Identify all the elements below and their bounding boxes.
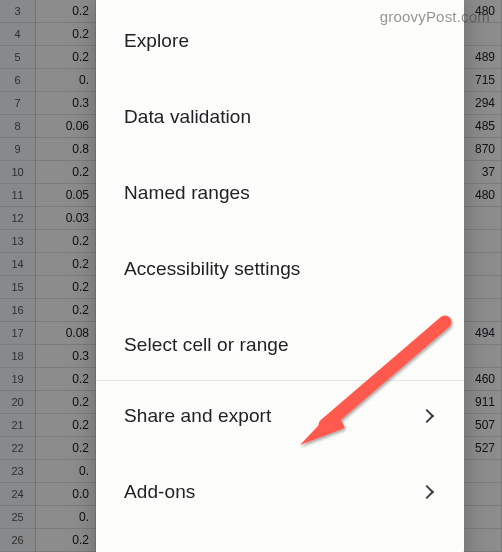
data-column-b: 0.20.20.20.0.30.060.80.20.050.030.20.20.…: [36, 0, 96, 552]
cell: 0.05: [36, 184, 96, 207]
cell: 0.03: [36, 207, 96, 230]
cell: 0.2: [36, 0, 96, 23]
cell: 0.2: [36, 23, 96, 46]
cell: 0.2: [36, 161, 96, 184]
cell: 0.2: [36, 529, 96, 552]
row-number: 22: [0, 437, 35, 460]
cell: 0.2: [36, 368, 96, 391]
row-number: 20: [0, 391, 35, 414]
menu-item-select-cell-or-range[interactable]: Select cell or range: [96, 314, 464, 376]
row-number: 18: [0, 345, 35, 368]
row-number: 11: [0, 184, 35, 207]
menu-item-accessibility-settings[interactable]: Accessibility settings: [96, 238, 464, 300]
cell: 0.2: [36, 230, 96, 253]
cell: 0.2: [36, 299, 96, 322]
row-number: 17: [0, 322, 35, 345]
row-number: 9: [0, 138, 35, 161]
row-number: 19: [0, 368, 35, 391]
cell: 0.06: [36, 115, 96, 138]
cell: 0.2: [36, 437, 96, 460]
menu-item-label: Add-ons: [124, 481, 195, 503]
cell: 0.2: [36, 276, 96, 299]
cell: 0.3: [36, 92, 96, 115]
row-number: 7: [0, 92, 35, 115]
cell: 0.08: [36, 322, 96, 345]
cell: 0.: [36, 460, 96, 483]
row-number: 14: [0, 253, 35, 276]
context-menu-sheet: Explore Data validation Named ranges Acc…: [96, 0, 464, 552]
row-number: 8: [0, 115, 35, 138]
row-number: 21: [0, 414, 35, 437]
row-number: 13: [0, 230, 35, 253]
cell: 0.2: [36, 253, 96, 276]
cell: 0.0: [36, 483, 96, 506]
cell: 0.: [36, 506, 96, 529]
row-number: 15: [0, 276, 35, 299]
menu-item-label: Share and export: [124, 405, 271, 427]
row-number: 3: [0, 0, 35, 23]
cell: 0.8: [36, 138, 96, 161]
menu-item-label: Select cell or range: [124, 334, 289, 356]
row-number: 4: [0, 23, 35, 46]
menu-item-label: Data validation: [124, 106, 251, 128]
row-number: 5: [0, 46, 35, 69]
menu-item-label: Named ranges: [124, 182, 250, 204]
cell: 0.: [36, 69, 96, 92]
menu-item-label: Explore: [124, 30, 189, 52]
watermark: groovyPost.com: [380, 8, 490, 25]
row-number: 26: [0, 529, 35, 552]
chevron-right-icon: [420, 485, 434, 499]
cell: 0.3: [36, 345, 96, 368]
row-number: 23: [0, 460, 35, 483]
cell: 0.2: [36, 414, 96, 437]
row-number: 25: [0, 506, 35, 529]
menu-item-share-and-export[interactable]: Share and export: [96, 385, 464, 447]
row-number: 16: [0, 299, 35, 322]
cell: 0.2: [36, 46, 96, 69]
row-number: 12: [0, 207, 35, 230]
chevron-right-icon: [420, 409, 434, 423]
menu-item-data-validation[interactable]: Data validation: [96, 86, 464, 148]
row-number: 10: [0, 161, 35, 184]
row-number: 24: [0, 483, 35, 506]
menu-item-label: Accessibility settings: [124, 258, 300, 280]
menu-divider: [96, 380, 464, 381]
row-number-column: 3456789101112131415161718192021222324252…: [0, 0, 36, 552]
row-number: 6: [0, 69, 35, 92]
cell: 0.2: [36, 391, 96, 414]
menu-item-add-ons[interactable]: Add-ons: [96, 461, 464, 523]
menu-item-named-ranges[interactable]: Named ranges: [96, 162, 464, 224]
